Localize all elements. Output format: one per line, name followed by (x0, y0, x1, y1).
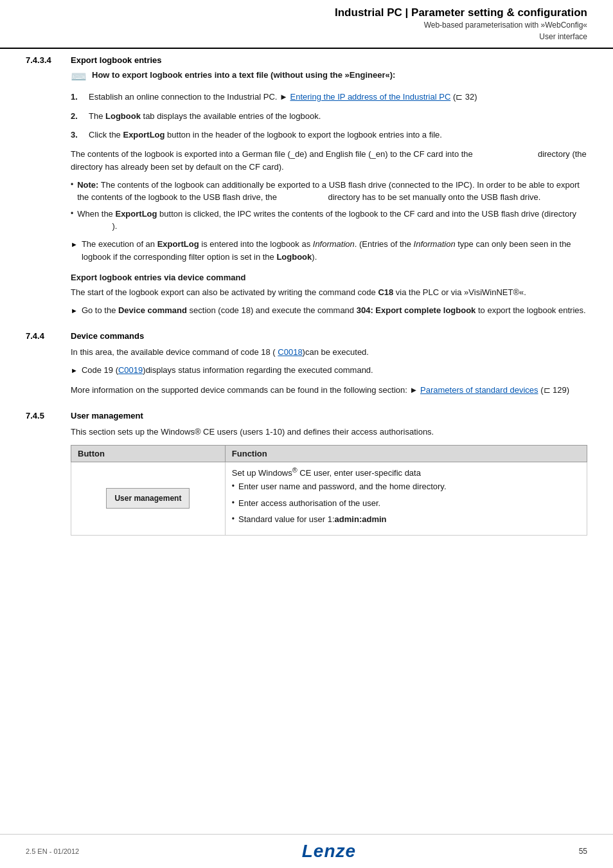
para-745-1: This section sets up the Windows® CE use… (71, 426, 587, 439)
c18-bold: C18 (378, 287, 393, 297)
note-1-bold: Note: (77, 180, 98, 190)
device-cmd-bold: Device command (118, 305, 187, 315)
function-intro: Set up Windows® CE user, enter user-spec… (232, 466, 580, 478)
step-1-content: Establish an online connection to the In… (89, 91, 587, 104)
step-1-link[interactable]: Entering the IP address of the Industria… (290, 92, 451, 102)
arrow-icon-2: ► (71, 305, 78, 316)
logbook-bold: Logbook (276, 252, 312, 262)
step-2-bold: Logbook (105, 111, 141, 121)
col-button: Button (71, 445, 226, 462)
footer-page: 55 (579, 847, 587, 856)
note-2-bold: ExportLog (115, 209, 157, 219)
section-body-7434: The contents of the logbook is exported … (71, 148, 587, 318)
func-bullet-3: Standard value for user 1: admin:admin (232, 513, 580, 526)
steps-list: Establish an online connection to the In… (71, 91, 587, 141)
section-745-number: 7.4.5 (26, 411, 71, 420)
user-mgmt-button[interactable]: User management (106, 488, 190, 509)
table-header-row: Button Function (71, 445, 587, 462)
arrow-item-exportlog: ► The execution of an ExportLog is enter… (71, 238, 587, 264)
section-745: 7.4.5 User management This section sets … (26, 411, 587, 536)
step-3-content: Click the ExportLog button in the header… (89, 129, 587, 141)
function-cell: Set up Windows® CE user, enter user-spec… (225, 462, 587, 535)
arrow-icon: ► (71, 239, 78, 250)
function-bullets: Enter user name and password, and the ho… (232, 480, 580, 526)
arrow-item-text: The execution of an ExportLog is entered… (82, 238, 587, 264)
howto-title: How to export logbook entries into a tex… (92, 70, 395, 80)
step-2-content: The Logbook tab displays the available e… (89, 110, 587, 123)
footer-edition: 2.5 EN - 01/2012 (26, 847, 79, 855)
arrow-icon-3: ► (71, 365, 78, 376)
func-bullet-2: Enter access authorisation of the user. (232, 497, 580, 510)
para-744-1: In this area, the available device comma… (71, 346, 587, 359)
params-std-link[interactable]: Parameters of standard devices (420, 385, 538, 395)
section-744-number: 7.4.4 (26, 331, 71, 341)
section-body-745: This section sets up the Windows® CE use… (71, 426, 587, 536)
arrow-code19-text: Code 19 (C0019)displays status informati… (82, 364, 373, 377)
section-7434-title: Export logbook entries (71, 55, 162, 65)
page-container: Industrial PC | Parameter setting & conf… (0, 0, 613, 868)
arrow-item-code19: ► Code 19 (C0019)displays status informa… (71, 364, 587, 377)
c0018-link[interactable]: C0018 (278, 347, 302, 357)
button-cell: User management (71, 462, 226, 535)
section-744-title: Device commands (71, 331, 144, 341)
section-7434-number: 7.4.3.4 (26, 55, 71, 65)
notes-list: Note: The contents of the logbook can ad… (71, 179, 587, 233)
user-mgmt-table: Button Function User management Set up W… (71, 445, 587, 536)
subsection-title-via-device: Export logbook entries via device comman… (71, 273, 587, 282)
section-7434-header: 7.4.3.4 Export logbook entries (26, 55, 587, 65)
note-2-text: When the ExportLog button is clicked, th… (77, 208, 587, 233)
section-744-header: 7.4.4 Device commands (26, 331, 587, 341)
step-1: Establish an online connection to the In… (71, 91, 587, 104)
admin-bold: admin:admin (335, 513, 387, 526)
exportlog-bold: ExportLog (157, 239, 199, 249)
304-bold: 304: Export complete logbook (357, 305, 476, 315)
note-2: When the ExportLog button is clicked, th… (71, 208, 587, 233)
section-745-header: 7.4.5 User management (26, 411, 587, 420)
col-function: Function (225, 445, 587, 462)
information-italic: Information (313, 239, 355, 249)
step-2: The Logbook tab displays the available e… (71, 110, 587, 123)
header-title: Industrial PC | Parameter setting & conf… (26, 6, 587, 19)
page-header: Industrial PC | Parameter setting & conf… (0, 0, 613, 49)
section-745-title: User management (71, 411, 143, 420)
header-sub2: User interface (26, 31, 587, 42)
header-sub1: Web-based parameterisation with »WebConf… (26, 19, 587, 31)
howto-box: ⌨️ How to export logbook entries into a … (71, 70, 587, 83)
page-footer: 2.5 EN - 01/2012 Lenze 55 (0, 834, 613, 868)
step-1-ref: (⊏ 32) (450, 92, 477, 102)
step-1-text: Establish an online connection to the In… (89, 92, 290, 102)
c0019-link[interactable]: C0019 (118, 365, 143, 375)
footer-logo: Lenze (302, 841, 356, 862)
table-row: User management Set up Windows® CE user,… (71, 462, 587, 535)
section-744: 7.4.4 Device commands In this area, the … (26, 331, 587, 396)
arrow-item-goto-device: ► Go to the Device command section (code… (71, 304, 587, 317)
howto-icon: ⌨️ (71, 70, 87, 83)
main-content: 7.4.3.4 Export logbook entries ⌨️ How to… (0, 49, 613, 575)
note-1: Note: The contents of the logbook can ad… (71, 179, 587, 204)
arrow-goto-text: Go to the Device command section (code 1… (82, 304, 586, 317)
step-3: Click the ExportLog button in the header… (71, 129, 587, 141)
information-italic-2: Information (414, 239, 456, 249)
step-3-bold: ExportLog (123, 130, 164, 140)
section-7434: 7.4.3.4 Export logbook entries ⌨️ How to… (26, 55, 587, 317)
section-body-744: In this area, the available device comma… (71, 346, 587, 396)
para-export-info: The contents of the logbook is exported … (71, 148, 587, 174)
para-device-cmd: The start of the logbook export can also… (71, 286, 587, 299)
func-bullet-1: Enter user name and password, and the ho… (232, 480, 580, 493)
note-1-text: Note: The contents of the logbook can ad… (77, 179, 587, 204)
para-744-2: More information on the supported device… (71, 384, 587, 397)
